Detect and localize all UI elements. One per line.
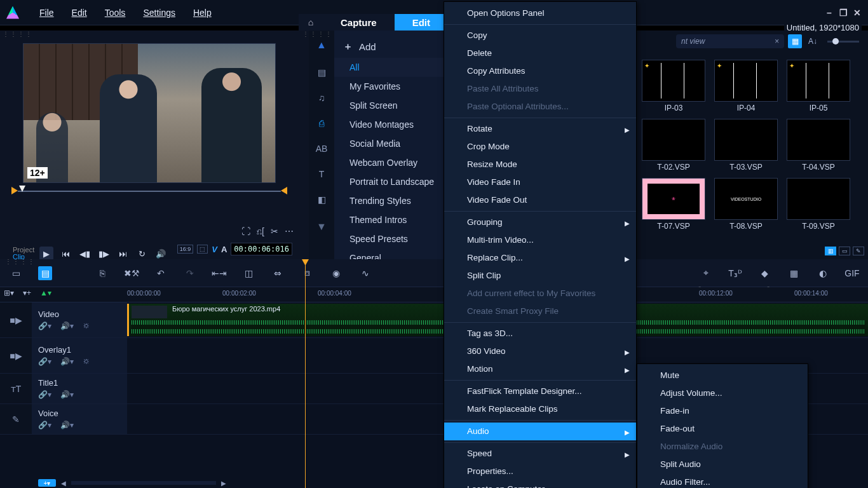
panel-layout-3-icon[interactable]: ✎ <box>853 247 864 255</box>
view-grid-icon[interactable]: ▦ <box>788 34 802 48</box>
context-menu-item[interactable]: Audio Filter... <box>637 473 808 488</box>
3d-title-icon[interactable]: T₃ᴰ <box>728 266 742 280</box>
rail-templates-icon[interactable]: ⎙ <box>314 117 329 130</box>
menu-tools[interactable]: Tools <box>96 4 135 22</box>
context-menu-item[interactable]: Motion▶ <box>444 360 636 378</box>
chroma-icon[interactable]: ▦ <box>787 266 801 280</box>
panel-grip[interactable]: ⋮⋮⋮⋮ <box>0 30 299 38</box>
rail-titles-icon[interactable]: T <box>314 168 329 180</box>
play-button[interactable]: ▶ <box>39 247 53 261</box>
slide-tool-icon[interactable]: ⧈ <box>300 266 314 280</box>
context-menu-item[interactable]: Delete <box>444 44 636 62</box>
timeline-playhead[interactable] <box>305 259 306 488</box>
capture-tab[interactable]: Capture <box>323 14 395 30</box>
close-icon[interactable]: ✕ <box>851 7 863 18</box>
link-icon[interactable]: 🔗▾ <box>38 357 51 366</box>
mute-track-icon[interactable]: 🔊▾ <box>60 322 74 330</box>
timeline-view-icon[interactable]: ▤ <box>38 266 52 280</box>
go-start-button[interactable]: ⏮ <box>58 247 72 261</box>
crop-chip-icon[interactable]: ⬚ <box>197 245 208 254</box>
library-thumb[interactable]: ✦IP-03 <box>642 60 705 112</box>
gif-icon[interactable]: GIF <box>845 266 859 280</box>
category-item[interactable]: Webcam Overlay <box>334 153 449 172</box>
context-menu-item[interactable]: Adjust Volume... <box>637 384 808 402</box>
context-menu-item[interactable]: Locate on Computer... <box>444 480 636 488</box>
rail-overlays-icon[interactable]: ◧ <box>314 193 329 206</box>
context-menu-item[interactable]: Fade-out <box>637 420 808 438</box>
library-thumb[interactable]: T-02.VSP <box>642 119 705 172</box>
category-item[interactable]: Themed Intros <box>334 210 449 229</box>
rail-up-icon[interactable]: ▲ <box>309 37 334 53</box>
track-header[interactable]: Title1🔗▾🔊▾ <box>32 374 127 403</box>
split-clip-icon[interactable]: ⎌[ <box>257 226 264 236</box>
sort-icon[interactable]: A↓ <box>806 34 820 48</box>
next-frame-button[interactable]: ▮▶ <box>97 247 111 261</box>
context-menu-item[interactable]: Copy Attributes <box>444 62 636 80</box>
enlarge-icon[interactable]: ⛶ <box>241 226 250 236</box>
link-icon[interactable]: 🔗▾ <box>38 322 51 330</box>
rail-media-icon[interactable]: ▤ <box>314 66 329 79</box>
add-marker-icon[interactable]: ▾+ <box>23 288 31 297</box>
mask-icon[interactable]: ◆ <box>757 266 771 280</box>
context-menu-item[interactable]: Speed▶ <box>444 445 636 463</box>
category-item[interactable]: Speed Presets <box>334 229 449 248</box>
library-thumb[interactable]: ✦IP-05 <box>787 60 850 112</box>
rail-transitions-icon[interactable]: AB <box>314 142 329 155</box>
context-menu-item[interactable]: 360 Video▶ <box>444 342 636 360</box>
edit-tab[interactable]: Edit <box>395 14 448 30</box>
scroll-left-icon[interactable]: ◀ <box>58 480 69 487</box>
context-menu-item[interactable]: Video Fade In <box>444 173 636 191</box>
link-icon[interactable]: 🔗▾ <box>38 421 51 430</box>
copy-icon[interactable]: ⎘ <box>95 266 109 280</box>
ripple-toggle-icon[interactable]: ▲▾ <box>40 288 51 297</box>
maximize-icon[interactable]: ❐ <box>837 7 849 18</box>
volume-button[interactable]: 🔊 <box>154 247 168 261</box>
track-header[interactable]: Overlay1🔗▾🔊▾⛭ <box>32 338 127 373</box>
context-menu-item[interactable]: Grouping▶ <box>444 214 636 231</box>
prev-frame-button[interactable]: ◀▮ <box>78 247 92 261</box>
undo-icon[interactable]: ↶ <box>154 266 168 280</box>
video-preview[interactable]: 12+ <box>23 43 276 183</box>
add-category-button[interactable]: ＋Add <box>334 36 449 58</box>
context-menu-item[interactable]: Split Audio <box>637 456 808 473</box>
context-menu-item[interactable]: Video Fade Out <box>444 191 636 209</box>
panel-grip[interactable]: ⋮⋮⋮⋮ <box>3 258 36 266</box>
context-menu-item[interactable]: Replace Clip...▶ <box>444 249 636 267</box>
library-thumb[interactable]: ✦IP-04 <box>714 60 778 112</box>
mute-track-icon[interactable]: 🔊▾ <box>60 357 74 366</box>
timeline-hscroll[interactable]: +▾ ◀ ▶ <box>38 479 229 487</box>
lock-icon[interactable]: ⛭ <box>83 357 90 366</box>
menu-file[interactable]: File <box>31 4 63 22</box>
track-header[interactable]: Voice🔗▾🔊▾ <box>32 404 127 434</box>
fit-project-icon[interactable]: ⇤⇥ <box>212 266 226 280</box>
library-thumb[interactable]: T-03.VSP <box>714 119 778 172</box>
aspect-chip[interactable]: 16:9 <box>177 245 194 254</box>
context-menu-item[interactable]: Multi-trim Video... <box>444 231 636 249</box>
library-thumb[interactable]: T-04.VSP <box>787 119 850 172</box>
seek-bar[interactable] <box>6 187 292 196</box>
category-item[interactable]: My Favorites <box>334 77 449 96</box>
menu-help[interactable]: Help <box>184 4 220 22</box>
minimize-icon[interactable]: – <box>824 7 835 18</box>
menu-edit[interactable]: Edit <box>63 4 96 22</box>
context-menu-item[interactable]: Rotate▶ <box>444 120 636 138</box>
mark-out-icon[interactable] <box>280 187 287 194</box>
redo-icon[interactable]: ↷ <box>183 266 197 280</box>
record-icon[interactable]: ◉ <box>329 266 343 280</box>
panel-grip[interactable]: ⋮⋮⋮⋮ <box>300 30 333 38</box>
storyboard-view-icon[interactable]: ▭ <box>9 266 23 280</box>
category-item[interactable]: All <box>334 58 449 77</box>
panel-layout-1-icon[interactable]: ▥ <box>825 247 836 255</box>
context-menu-item[interactable]: Properties... <box>444 463 636 480</box>
category-item[interactable]: Portrait to Landscape <box>334 172 449 191</box>
track-type-icon[interactable]: ■▶ <box>0 338 32 373</box>
go-end-button[interactable]: ⏭ <box>116 247 130 261</box>
library-thumb[interactable]: VIDEOSTUDIOT-08.VSP <box>714 178 778 231</box>
mark-in-icon[interactable] <box>11 187 19 194</box>
clear-search-icon[interactable]: × <box>775 37 779 46</box>
track-type-icon[interactable]: ✎ <box>0 404 32 434</box>
category-item[interactable]: Trending Styles <box>334 191 449 210</box>
library-search-input[interactable]: nt view× <box>676 34 784 48</box>
home-tab[interactable]: ⌂ <box>299 14 323 30</box>
context-menu-item[interactable]: Copy <box>444 27 636 44</box>
